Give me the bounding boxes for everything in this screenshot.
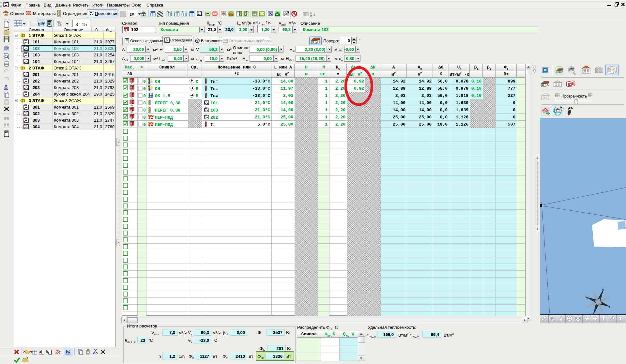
svg-text:3D: 3D: [130, 104, 133, 106]
svg-text:3D: 3D: [130, 89, 133, 91]
svg-text:CO: CO: [213, 12, 218, 16]
svg-text:3D: 3D: [130, 111, 133, 113]
svg-text:3D: 3D: [125, 31, 127, 32]
svg-text:3D: 3D: [130, 125, 133, 127]
svg-text:3D: 3D: [130, 118, 133, 120]
svg-text:Я: Я: [310, 14, 312, 17]
svg-text:E: E: [608, 305, 610, 308]
svg-text:N: N: [602, 289, 604, 292]
svg-text:А→В: А→В: [4, 126, 9, 129]
svg-text:W: W: [586, 296, 588, 299]
svg-text:#: #: [7, 46, 9, 50]
svg-text:3D: 3D: [130, 82, 133, 84]
svg-text:3D: 3D: [130, 97, 133, 99]
